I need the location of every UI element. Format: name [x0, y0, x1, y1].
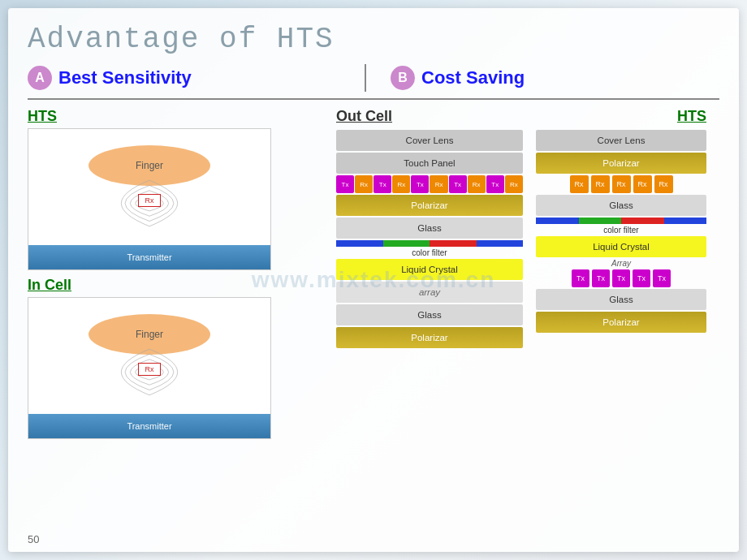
rx-chip-2: Rx — [392, 175, 410, 193]
txrx-row: Tx Rx Tx Rx Tx Rx Tx Rx Tx Rx — [336, 175, 523, 193]
layer-cover-lens-hts: Cover Lens — [536, 130, 706, 151]
hts-column: HTS Cover Lens Polarizar Rx Rx Rx Rx Rx … — [536, 108, 706, 489]
tx-hts-5: Tx — [653, 269, 671, 287]
rx-chip-3: Rx — [430, 175, 447, 193]
left-panel: HTS Finger Rx Transmitter In Cell — [28, 108, 328, 489]
layer-glass-oc-1: Glass — [336, 218, 523, 239]
transmitter-bar-1: Transmitter — [28, 245, 270, 269]
cf-red-oc — [430, 240, 477, 247]
cf-blue-oc — [336, 240, 383, 247]
slide-title: Advantage of HTS — [28, 23, 719, 56]
header-divider — [365, 64, 366, 92]
layer-liquid-crystal-oc: Liquid Crystal — [336, 259, 523, 280]
layer-glass-oc-2: Glass — [336, 304, 523, 325]
tx-hts-4: Tx — [633, 269, 650, 287]
layer-array-oc: array — [336, 282, 523, 303]
rx-hts-4: Rx — [633, 175, 652, 193]
hts-col-header: HTS — [677, 108, 706, 125]
section-a-label: Best Sensitivity — [58, 67, 192, 88]
layer-polarizar-hts-top: Polarizar — [536, 153, 706, 174]
tx-chip-1: Tx — [336, 175, 354, 193]
layer-cover-lens-oc: Cover Lens — [336, 130, 523, 151]
section-headers: A Best Sensitivity B Cost Saving — [28, 64, 719, 100]
tx-hts-1: Tx — [572, 269, 589, 287]
layer-polarizar-oc-top: Polarizar — [336, 195, 523, 216]
layer-polarizar-oc-bot: Polarizar — [336, 327, 523, 348]
cf-blue2-hts — [664, 218, 707, 224]
tx-chip-2: Tx — [374, 175, 391, 193]
layer-glass-hts-2: Glass — [536, 289, 706, 310]
cf-blue-hts — [536, 218, 579, 224]
hts-diagram: Finger Rx Transmitter — [28, 128, 271, 270]
rx-box-2: Rx — [138, 363, 161, 376]
layer-glass-hts-1: Glass — [536, 195, 706, 216]
right-panel: Out Cell Cover Lens Touch Panel Tx Rx Tx… — [328, 108, 719, 489]
color-filter-label-oc: color filter — [336, 248, 523, 257]
rx-hts-5: Rx — [654, 175, 673, 193]
array-label-hts: Array — [536, 259, 706, 268]
tx-hts-3: Tx — [612, 269, 630, 287]
badge-a: A — [28, 66, 52, 90]
layer-liquid-crystal-hts: Liquid Crystal — [536, 236, 706, 257]
page-number: 50 — [28, 533, 39, 545]
cf-blue2-oc — [477, 240, 524, 247]
rx-row-hts: Rx Rx Rx Rx Rx — [536, 175, 706, 193]
rx-hts-2: Rx — [591, 175, 610, 193]
rx-chip-1: Rx — [355, 175, 373, 193]
slide-container: www.mixtek.com.cn Advantage of HTS A Bes… — [8, 8, 739, 552]
tx-hts-2: Tx — [592, 269, 610, 287]
badge-b: B — [391, 66, 415, 90]
rx-chip-4: Rx — [468, 175, 486, 193]
rx-chip-5: Rx — [505, 175, 523, 193]
color-filter-oc — [336, 240, 523, 247]
rx-hts-1: Rx — [570, 175, 589, 193]
tx-row-hts: Tx Tx Tx Tx Tx — [536, 269, 706, 287]
hts-label-left: HTS — [28, 108, 328, 125]
in-cell-diagram: Finger Rx Transmitter — [28, 297, 271, 439]
section-a-header: A Best Sensitivity — [28, 66, 356, 90]
layer-touch-panel: Touch Panel — [336, 153, 523, 174]
section-b-label: Cost Saving — [421, 67, 525, 88]
out-cell-header: Out Cell — [336, 108, 392, 125]
tx-chip-5: Tx — [486, 175, 504, 193]
rx-box-1: Rx — [138, 194, 161, 207]
section-b-header: B Cost Saving — [374, 66, 719, 90]
main-content: HTS Finger Rx Transmitter In Cell — [28, 108, 719, 489]
in-cell-label: In Cell — [28, 277, 328, 294]
rx-hts-3: Rx — [612, 175, 631, 193]
tx-chip-3: Tx — [411, 175, 429, 193]
layer-polarizar-hts-bot: Polarizar — [536, 312, 706, 333]
cf-red-hts — [621, 218, 664, 224]
color-filter-label-hts: color filter — [536, 226, 706, 235]
cf-green-hts — [579, 218, 622, 224]
cf-green-oc — [383, 240, 430, 247]
out-cell-column: Out Cell Cover Lens Touch Panel Tx Rx Tx… — [336, 108, 523, 489]
color-filter-hts — [536, 218, 706, 224]
tx-chip-4: Tx — [449, 175, 467, 193]
transmitter-bar-2: Transmitter — [28, 414, 270, 438]
